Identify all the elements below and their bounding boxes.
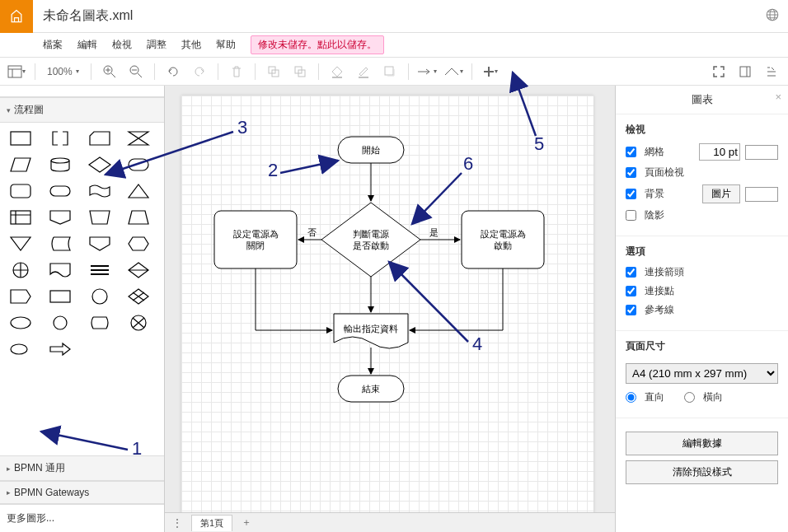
shape-card[interactable] [87, 129, 112, 147]
shape-bars[interactable] [87, 261, 112, 279]
shape-manual[interactable] [87, 208, 112, 226]
background-image-button[interactable]: 圖片 [702, 184, 740, 203]
svg-point-14 [51, 158, 69, 163]
format-panel-icon[interactable] [734, 61, 757, 82]
language-icon[interactable] [765, 7, 780, 25]
section-bpmn[interactable]: ▸BPMN 通用 [0, 455, 164, 481]
landscape-label: 橫向 [703, 390, 723, 404]
shape-display[interactable] [87, 314, 112, 332]
shape-trapezoid[interactable] [126, 208, 151, 226]
shape-stored[interactable] [48, 235, 73, 253]
shape-small-ellipse[interactable] [8, 340, 33, 358]
zoom-in-icon[interactable] [98, 61, 121, 82]
page-menu-icon[interactable]: ⋮ [170, 517, 185, 529]
fullscreen-icon[interactable] [707, 61, 730, 82]
shape-document[interactable] [48, 261, 73, 279]
svg-point-21 [92, 289, 107, 304]
zoom-out-icon[interactable] [124, 61, 148, 82]
collapsed-section[interactable] [0, 86, 164, 97]
svg-rect-11 [385, 67, 393, 75]
shape-arrow[interactable] [48, 340, 73, 358]
menu-edit[interactable]: 編輯 [77, 38, 97, 52]
svg-text:結束: 結束 [361, 384, 380, 394]
menu-view[interactable]: 檢視 [112, 38, 132, 52]
svg-text:開始: 開始 [362, 145, 380, 155]
shape-hourglass[interactable] [126, 129, 151, 147]
section-bpmn-gateways[interactable]: ▸BPMN Gateways [0, 481, 164, 504]
page-tab-1[interactable]: 第1頁 [191, 515, 232, 531]
conn-arrows-checkbox[interactable] [626, 267, 636, 278]
view-icon[interactable]: ▾ [5, 61, 28, 82]
page-size-select[interactable]: A4 (210 mm x 297 mm) [626, 363, 778, 384]
shape-cylinder[interactable] [48, 156, 73, 174]
delete-icon[interactable] [225, 61, 248, 82]
grid-checkbox[interactable] [626, 147, 636, 157]
shape-hexagon[interactable] [126, 235, 151, 253]
shape-tdown[interactable] [8, 235, 33, 253]
shadow-icon[interactable] [378, 61, 401, 82]
pageview-checkbox[interactable] [626, 167, 636, 178]
fill-color-icon[interactable] [326, 61, 349, 82]
add-page-icon[interactable]: ＋ [239, 516, 254, 530]
shape-diamond[interactable] [87, 156, 112, 174]
menu-help[interactable]: 幫助 [216, 38, 236, 52]
svg-point-22 [11, 317, 30, 329]
shape-circle[interactable] [87, 287, 112, 306]
grid-label: 網格 [645, 145, 664, 159]
more-shapes[interactable]: 更多圖形... [0, 504, 164, 532]
section-options-title: 選項 [626, 245, 778, 259]
redo-icon[interactable] [188, 61, 211, 82]
undo-icon[interactable] [162, 61, 185, 82]
shape-conn[interactable] [48, 314, 73, 332]
menu-other[interactable]: 其他 [181, 38, 201, 52]
landscape-radio[interactable] [684, 392, 695, 403]
conn-points-checkbox[interactable] [626, 286, 636, 296]
zoom-level[interactable]: 100%▾ [42, 66, 84, 77]
connection-icon[interactable]: ▾ [415, 61, 439, 82]
section-flowchart[interactable]: ▾流程圖 [0, 97, 164, 123]
shape-rounded[interactable] [8, 182, 33, 200]
shape-rect[interactable] [8, 129, 33, 147]
shape-bracket[interactable] [48, 129, 73, 147]
menu-adjust[interactable]: 調整 [147, 38, 167, 52]
shape-collate[interactable] [126, 287, 151, 306]
shape-stadium[interactable] [126, 156, 151, 174]
canvas-area[interactable]: 開始 判斷電源 是否啟動 設定電源為 關閉 設定電源為 啟動 否 [165, 86, 615, 532]
shadow-checkbox[interactable] [626, 210, 636, 221]
shape-terminator[interactable] [48, 182, 73, 200]
to-back-icon[interactable] [288, 61, 312, 82]
shape-parallelogram[interactable] [8, 156, 33, 174]
svg-rect-20 [50, 291, 70, 302]
app-logo[interactable] [0, 0, 33, 33]
outline-icon[interactable] [760, 61, 783, 82]
waypoint-icon[interactable]: ▾ [442, 61, 465, 82]
canvas-page[interactable]: 開始 判斷電源 是否啟動 設定電源為 關閉 設定電源為 啟動 否 [181, 96, 593, 532]
background-checkbox[interactable] [626, 189, 636, 199]
shape-xcircle[interactable] [126, 314, 151, 332]
shape-triangle[interactable] [126, 182, 151, 200]
shape-tape[interactable] [87, 182, 112, 200]
clear-style-button[interactable]: 清除預設樣式 [626, 460, 778, 484]
svg-text:設定電源為: 設定電源為 [233, 229, 279, 239]
grid-color-swatch[interactable] [745, 145, 778, 160]
add-icon[interactable]: ▾ [479, 61, 502, 82]
menu-file[interactable]: 檔案 [43, 38, 63, 52]
save-warning[interactable]: 修改未儲存。點此以儲存。 [251, 35, 384, 54]
portrait-radio[interactable] [626, 392, 636, 403]
pageview-label: 頁面檢視 [645, 166, 684, 180]
shape-offpage[interactable] [48, 208, 73, 226]
shape-ellipse[interactable] [8, 314, 33, 332]
edit-data-button[interactable]: 編輯數據 [626, 432, 778, 455]
shape-shield[interactable] [87, 235, 112, 253]
guide-lines-checkbox[interactable] [626, 305, 636, 315]
to-front-icon[interactable] [262, 61, 285, 82]
shape-or[interactable] [8, 287, 33, 306]
background-color-swatch[interactable] [745, 187, 778, 202]
grid-size-input[interactable] [699, 143, 740, 161]
shape-sort[interactable] [126, 261, 151, 279]
line-color-icon[interactable] [352, 61, 375, 82]
close-icon[interactable]: × [775, 91, 781, 103]
shape-crosscircle[interactable] [8, 261, 33, 279]
shape-process2[interactable] [48, 287, 73, 306]
shape-window[interactable] [8, 208, 33, 226]
